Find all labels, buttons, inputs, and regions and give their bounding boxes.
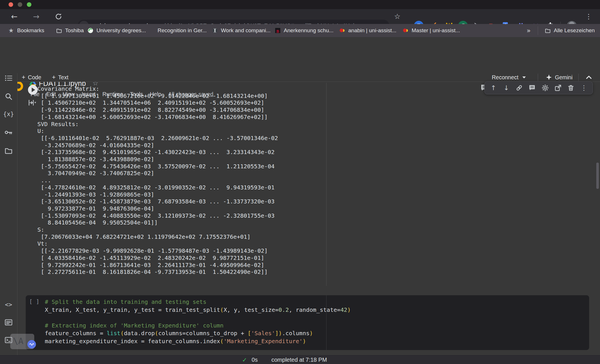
collapse-toolbar-chevron-icon[interactable] <box>585 74 593 82</box>
reload-icon[interactable] <box>52 9 65 24</box>
colab-browser-window: ← → colab.research.google.com/drive/1mNk… <box>0 0 600 364</box>
execution-status-bar: ✓ 0s completed at 7:18 PM × <box>0 355 600 364</box>
files-folder-icon[interactable] <box>4 146 13 155</box>
chevron-down-icon <box>522 76 526 78</box>
open-in-tab-icon[interactable] <box>554 84 562 92</box>
bookmark-item-work[interactable]: Work and compani... <box>212 24 271 37</box>
check-icon: ✓ <box>242 357 247 363</box>
overlay-assistant-icon[interactable] <box>27 340 36 349</box>
bookmark-item-recognition[interactable]: Recognition in Ger... <box>148 24 207 37</box>
search-icon[interactable] <box>4 92 13 101</box>
folder-icon <box>56 27 62 34</box>
browser-menu-kebab-icon[interactable]: ⋮ <box>582 9 595 24</box>
reconnect-button[interactable]: Reconnect <box>492 73 526 82</box>
bookmark-item-university[interactable]: University degrees... <box>87 24 146 37</box>
bookmark-item-master[interactable]: Master | uni-assist... <box>402 24 460 37</box>
colab-header: FDAT1.1.ipynb ☆ File Edit View Insert Ru… <box>0 37 600 73</box>
site-favicon-uni-assist <box>402 27 409 34</box>
run-cell-button[interactable] <box>28 85 38 95</box>
plus-icon: + <box>52 74 56 81</box>
plus-icon: + <box>22 74 25 81</box>
browser-toolbar: ← → colab.research.google.com/drive/1mNk… <box>0 9 600 24</box>
cell-menu-kebab-icon[interactable]: ⋮ <box>580 84 588 92</box>
cell-output-text: Covariance Matrix: [[ 1.93971303e+01 1.4… <box>37 85 278 276</box>
window-zoom-button[interactable] <box>27 2 31 7</box>
delete-cell-trash-icon[interactable] <box>567 84 575 92</box>
site-favicon-green <box>87 27 94 34</box>
run-cell-gutter[interactable]: [ ] <box>29 298 39 305</box>
gemini-spark-icon <box>546 74 552 80</box>
move-cell-up-icon[interactable]: ↑ <box>489 84 498 92</box>
page-scrollbar-thumb[interactable] <box>596 163 599 189</box>
left-sidebar: {x} <> <box>0 73 17 355</box>
cell-settings-gear-icon[interactable] <box>541 84 549 92</box>
table-of-contents-icon[interactable] <box>4 74 13 83</box>
bookmark-item-anabin[interactable]: anabin | uni-assist... <box>339 24 396 37</box>
execution-duration: 0s <box>252 357 258 363</box>
window-titlebar <box>0 0 600 9</box>
site-favicon-red-b: B <box>275 27 281 34</box>
forward-icon[interactable]: → <box>30 9 43 24</box>
gemini-button[interactable]: Gemini <box>546 73 573 82</box>
back-icon[interactable]: ← <box>8 9 21 24</box>
add-code-button[interactable]: + Code <box>22 73 41 82</box>
bookmarks-overflow-icon[interactable]: » <box>527 24 531 37</box>
code-cell[interactable]: [ ] # Split the data into training and t… <box>26 295 589 350</box>
site-favicon-uni-assist <box>339 27 345 34</box>
bookmarks-bar: ★ Bookmarks Toshiba University degrees..… <box>0 24 600 37</box>
command-palette-icon[interactable] <box>4 318 13 327</box>
bookmarks-label[interactable]: ★ Bookmarks <box>8 24 44 37</box>
comment-cell-icon[interactable] <box>528 84 536 92</box>
execution-status: ✓ 0s completed at 7:18 PM <box>242 355 327 364</box>
bookmark-item-toshiba[interactable]: Toshiba <box>56 24 84 37</box>
all-bookmarks-button[interactable]: Alle Lesezeichen <box>545 24 595 37</box>
toolbar-divider <box>578 74 579 81</box>
site-favicon-globe <box>212 27 218 34</box>
variables-icon[interactable]: {x} <box>4 110 13 119</box>
folder-icon <box>545 27 551 34</box>
cell-toolbar: ↑ ↓ ⋮ <box>484 81 593 94</box>
copy-link-icon[interactable] <box>515 84 524 92</box>
code-snippets-icon[interactable]: <> <box>4 300 13 309</box>
window-close-button[interactable] <box>9 2 13 7</box>
output-anchor-icon[interactable] <box>28 99 37 108</box>
site-favicon-grid <box>148 27 155 34</box>
notebook-toolbar: + Code + Text Reconnect Gemini <box>17 73 600 82</box>
code-editor-text[interactable]: # Split the data into training and testi… <box>45 298 351 345</box>
bookmark-item-anerkennung[interactable]: B Anerkennung schu... <box>275 24 333 37</box>
window-minimize-button[interactable] <box>18 2 22 7</box>
secrets-key-icon[interactable] <box>4 128 13 137</box>
bookmarks-divider <box>538 26 538 35</box>
star-icon: ★ <box>8 27 14 34</box>
editor-ruler-line <box>326 83 327 286</box>
bookmark-star-icon[interactable]: ☆ <box>391 9 404 24</box>
executed-cell-output: Covariance Matrix: [[ 1.93971303e+01 1.4… <box>26 82 589 286</box>
move-cell-down-icon[interactable]: ↓ <box>502 84 511 92</box>
toolbar-divider <box>538 74 538 81</box>
add-text-button[interactable]: + Text <box>52 73 69 82</box>
execution-message: completed at 7:18 PM <box>271 357 327 363</box>
